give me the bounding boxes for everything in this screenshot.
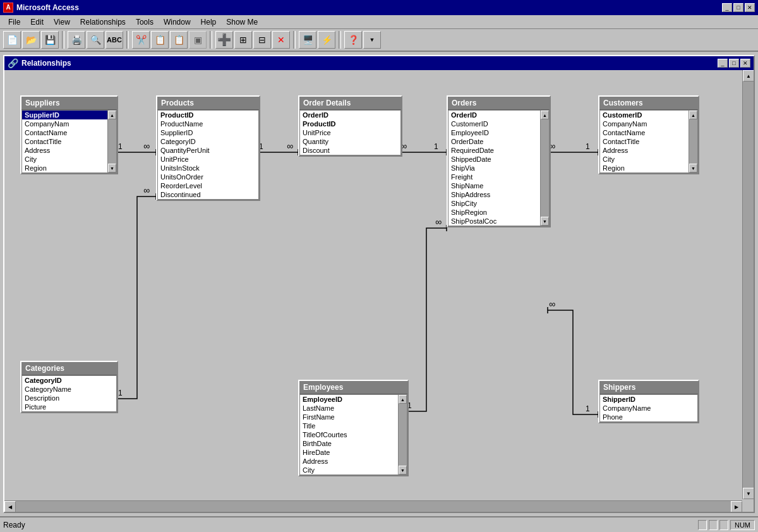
menu-view[interactable]: View <box>49 16 75 28</box>
scroll-corner <box>742 500 754 512</box>
show-direct-button[interactable]: ⊟ <box>253 31 271 49</box>
v-scroll-track[interactable] <box>743 82 754 488</box>
scroll-right-button[interactable]: ▶ <box>731 501 742 512</box>
field-shippeddate: ShippedDate <box>448 155 540 164</box>
field-orderid[interactable]: OrderID <box>448 111 540 119</box>
field-address-e: Address <box>300 457 398 466</box>
field-contacttitle: ContactTitle <box>22 137 107 146</box>
analyze-button[interactable]: ⚡ <box>318 31 335 49</box>
rel-canvas: 1 ∞ 1 ∞ 1 ∞ <box>4 70 741 499</box>
status-right: NUM <box>698 520 755 530</box>
menu-window[interactable]: Window <box>159 16 196 28</box>
table-products-body: ProductID ProductName SupplierID Categor… <box>157 110 259 200</box>
employees-scroll-track[interactable] <box>399 404 407 466</box>
table-shippers: Shippers ShipperID CompanyName Phone <box>598 380 699 423</box>
customers-scroll-down[interactable]: ▼ <box>689 164 697 172</box>
field-companynam-c: CompanyNam <box>600 119 689 128</box>
copy-button[interactable]: 📋 <box>151 31 169 49</box>
table-employees: Employees EmployeeID LastName FirstName … <box>298 380 409 476</box>
menu-edit[interactable]: Edit <box>25 16 49 28</box>
title-bar-left: A Microsoft Access <box>3 3 79 13</box>
open-button[interactable]: 📂 <box>22 31 40 49</box>
field-orderdate: OrderDate <box>448 137 540 146</box>
format-button[interactable]: ▣ <box>189 31 207 49</box>
status-indicator-3 <box>719 520 728 530</box>
field-shipcity: ShipCity <box>448 199 540 208</box>
orders-scroll-track[interactable] <box>541 119 549 217</box>
field-city: City <box>22 155 107 164</box>
table-orderdetails-body: OrderID ProductID UnitPrice Quantity Dis… <box>299 110 401 155</box>
field-picture: Picture <box>22 402 116 411</box>
help-button[interactable]: ❓ <box>344 31 362 49</box>
h-scroll-track[interactable] <box>16 501 731 512</box>
title-bar-buttons: _ □ ✕ <box>722 3 755 12</box>
field-birthdate: BirthDate <box>300 439 398 448</box>
table-customers-title: Customers <box>603 99 643 107</box>
show-table-button[interactable]: ⊞ <box>234 31 252 49</box>
scroll-up-button[interactable]: ▲ <box>743 70 754 82</box>
field-categoryid: CategoryID <box>158 137 258 146</box>
maximize-button[interactable]: □ <box>733 3 743 12</box>
main-content: 🔗 Relationships _ □ ✕ 1 <box>0 52 758 516</box>
field-productid-od[interactable]: ProductID <box>300 119 400 128</box>
field-reorderlevel: ReorderLevel <box>158 181 258 190</box>
rel-maximize-button[interactable]: □ <box>729 59 739 68</box>
scroll-down-button[interactable]: ▼ <box>743 488 754 499</box>
menu-help[interactable]: Help <box>196 16 222 28</box>
close-button[interactable]: ✕ <box>745 3 755 12</box>
field-orderid-od[interactable]: OrderID <box>300 111 400 119</box>
svg-text:∞: ∞ <box>143 141 150 151</box>
help-arrow-button[interactable]: ▼ <box>363 31 381 49</box>
scroll-left-button[interactable]: ◀ <box>4 501 16 512</box>
customers-scroll-up[interactable]: ▲ <box>689 111 697 119</box>
orders-scroll-down[interactable]: ▼ <box>541 217 549 226</box>
field-shipaddress: ShipAddress <box>448 190 540 199</box>
customers-scroll-track[interactable] <box>689 119 697 164</box>
scroll-down[interactable]: ▼ <box>108 164 116 172</box>
menu-showme[interactable]: Show Me <box>221 16 263 28</box>
field-shipperid[interactable]: ShipperID <box>600 395 697 404</box>
field-customerid[interactable]: CustomerID <box>600 111 689 119</box>
status-indicator-1 <box>698 520 707 530</box>
add-table-button[interactable]: ➕ <box>215 31 233 49</box>
field-productid[interactable]: ProductID <box>158 111 258 119</box>
table-suppliers-body: SupplierID CompanyNam ContactName Contac… <box>21 110 117 173</box>
rel-minimize-button[interactable]: _ <box>718 59 728 68</box>
employees-scroll-down[interactable]: ▼ <box>399 466 407 475</box>
rel-title-left: 🔗 Relationships <box>8 58 71 68</box>
field-categoryid[interactable]: CategoryID <box>22 376 116 385</box>
rel-close-button[interactable]: ✕ <box>740 59 750 68</box>
field-supplierid-p: SupplierID <box>158 128 258 137</box>
minimize-button[interactable]: _ <box>722 3 732 12</box>
preview-button[interactable]: 🔍 <box>87 31 104 49</box>
clear-layout-button[interactable]: ✕ <box>272 31 290 49</box>
scroll-up[interactable]: ▲ <box>108 111 116 119</box>
table-shippers-body: ShipperID CompanyName Phone <box>599 394 698 422</box>
subform-button[interactable]: 🖥️ <box>299 31 316 49</box>
table-categories: Categories CategoryID CategoryName Descr… <box>20 361 118 413</box>
field-supplierid[interactable]: SupplierID <box>22 111 107 119</box>
field-address: Address <box>22 146 107 155</box>
save-button[interactable]: 💾 <box>41 31 59 49</box>
spell-button[interactable]: ABC <box>105 31 123 49</box>
print-button[interactable]: 🖨️ <box>68 31 85 49</box>
menu-relationships[interactable]: Relationships <box>75 16 131 28</box>
menu-bar: File Edit View Relationships Tools Windo… <box>0 15 758 29</box>
table-orders: Orders OrderID CustomerID EmployeeID Ord… <box>447 95 551 227</box>
orders-scroll-up[interactable]: ▲ <box>541 111 549 119</box>
app-title: Microsoft Access <box>16 3 79 12</box>
toolbar-sep-5 <box>339 31 341 49</box>
cut-button[interactable]: ✂️ <box>132 31 150 49</box>
field-employeeid[interactable]: EmployeeID <box>300 395 398 404</box>
scroll-track[interactable] <box>108 119 116 164</box>
menu-tools[interactable]: Tools <box>131 16 159 28</box>
menu-file[interactable]: File <box>3 16 25 28</box>
paste-button[interactable]: 📋 <box>170 31 188 49</box>
table-products-title: Products <box>161 99 194 107</box>
field-phone: Phone <box>600 413 697 421</box>
toolbar-sep-4 <box>293 31 296 49</box>
new-button[interactable]: 📄 <box>3 31 21 49</box>
field-unitsinstock: UnitsInStock <box>158 164 258 172</box>
employees-scroll-up[interactable]: ▲ <box>399 395 407 404</box>
toolbar-sep-1 <box>62 31 64 49</box>
